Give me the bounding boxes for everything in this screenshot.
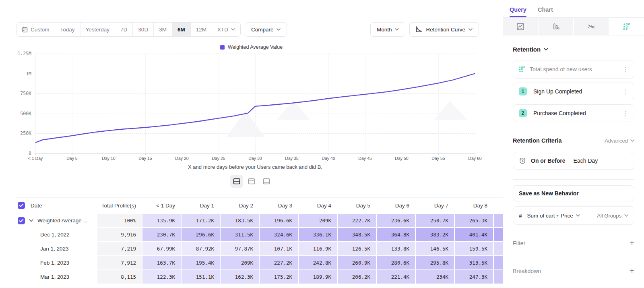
column-header[interactable]: Day 3 bbox=[260, 198, 298, 213]
table-row[interactable]: Weighted Average ...100%135.9K171.2K183.… bbox=[16, 214, 503, 227]
table-cell[interactable]: 364.8K bbox=[377, 228, 415, 241]
table-cell[interactable]: 122.3K bbox=[142, 270, 181, 284]
table-cell[interactable]: 97.87K bbox=[221, 242, 259, 255]
all-groups-dropdown[interactable]: All Groups bbox=[597, 213, 628, 219]
range-7d-button[interactable]: 7D bbox=[115, 23, 133, 36]
kebab-menu-icon[interactable]: ⋮ bbox=[622, 89, 628, 95]
tab-chart[interactable]: Chart bbox=[538, 6, 553, 17]
table-cell[interactable]: 222.7K bbox=[338, 214, 376, 227]
table-cell[interactable]: 265.3K bbox=[455, 214, 493, 227]
range-yesterday-button[interactable]: Yesterday bbox=[80, 23, 116, 36]
range-12m-button[interactable]: 12M bbox=[191, 23, 212, 36]
report-type-retention-button[interactable] bbox=[609, 18, 644, 35]
table-row[interactable]: Mar 1, 20238,115122.3K151.1K162.3K175.2K… bbox=[16, 270, 503, 284]
table-cell[interactable]: 234K bbox=[416, 270, 454, 284]
metric-row[interactable]: # Sum of cart ▸ Price All Groups bbox=[513, 206, 634, 225]
table-cell[interactable]: 260.9K bbox=[338, 256, 376, 269]
column-header[interactable]: Day 4 bbox=[299, 198, 337, 213]
column-header[interactable]: Day 7 bbox=[416, 198, 454, 213]
range-custom-button[interactable]: Custom bbox=[17, 23, 55, 36]
tab-query[interactable]: Query bbox=[510, 6, 526, 17]
report-type-flows-button[interactable] bbox=[574, 18, 609, 35]
table-cell[interactable]: 242.8K bbox=[299, 256, 337, 269]
step-row-2[interactable]: 2 Purchase Completed ⋮ bbox=[513, 104, 634, 122]
table-cell[interactable]: 236.6K bbox=[377, 214, 415, 227]
criteria-condition-row[interactable]: On or Before Each Day bbox=[513, 152, 634, 170]
table-cell[interactable]: 162.3K bbox=[221, 270, 259, 284]
layout-split-button[interactable] bbox=[230, 175, 243, 188]
row-label-cell[interactable]: Weighted Average ... bbox=[16, 214, 97, 227]
table-row[interactable]: Jan 1, 20237,21967.99K87.92K97.87K107.1K… bbox=[16, 242, 503, 255]
checkbox-checked[interactable] bbox=[18, 217, 25, 224]
table-cell[interactable]: 133.8K bbox=[377, 242, 415, 255]
chart-legend[interactable]: Weighted Average Value bbox=[0, 42, 503, 52]
chevron-down-icon[interactable] bbox=[29, 219, 33, 222]
checkbox-checked[interactable] bbox=[18, 202, 25, 209]
granularity-button[interactable]: Month bbox=[370, 22, 406, 37]
table-cell[interactable]: 401.4K bbox=[455, 228, 493, 241]
range-30d-button[interactable]: 30D bbox=[133, 23, 154, 36]
column-header[interactable]: < 1 Day bbox=[142, 198, 181, 213]
table-cell[interactable]: 209K bbox=[299, 214, 337, 227]
column-header[interactable]: Total Profile(s) bbox=[97, 198, 142, 213]
column-header[interactable]: Day 1 bbox=[182, 198, 220, 213]
table-cell[interactable]: 313.5K bbox=[455, 256, 493, 269]
table-cell[interactable]: 175.2K bbox=[260, 270, 298, 284]
report-type-funnels-button[interactable] bbox=[539, 18, 574, 35]
range-today-button[interactable]: Today bbox=[55, 23, 80, 36]
range-6m-button[interactable]: 6M bbox=[172, 23, 191, 36]
table-cell[interactable]: 247.3K bbox=[455, 270, 493, 284]
report-section-selector[interactable]: Retention bbox=[513, 46, 634, 53]
column-header-date[interactable]: Date bbox=[16, 198, 97, 213]
table-cell[interactable]: 296.6K bbox=[182, 228, 220, 241]
table-cell[interactable]: 116.9K bbox=[299, 242, 337, 255]
report-type-insights-button[interactable] bbox=[503, 18, 539, 35]
table-cell[interactable]: 311.5K bbox=[221, 228, 259, 241]
table-row[interactable]: Feb 1, 20237,912163.7K195.4K209K227.2K24… bbox=[16, 256, 503, 269]
table-cell[interactable]: 195.4K bbox=[182, 256, 220, 269]
table-cell[interactable]: 295.8K bbox=[416, 256, 454, 269]
add-breakdown-button[interactable]: + bbox=[630, 266, 634, 276]
kebab-menu-icon[interactable]: ⋮ bbox=[622, 66, 628, 73]
row-label-cell[interactable]: Mar 1, 2023 bbox=[16, 270, 97, 284]
table-cell[interactable]: 159.5K bbox=[455, 242, 493, 255]
table-cell[interactable]: 183.5K bbox=[221, 214, 259, 227]
table-cell[interactable]: 107.1K bbox=[260, 242, 298, 255]
row-label-cell[interactable]: Feb 1, 2023 bbox=[16, 256, 97, 269]
column-header[interactable]: Day 5 bbox=[338, 198, 376, 213]
row-label-cell[interactable]: Dec 1, 2022 bbox=[16, 228, 97, 241]
chart-type-button[interactable]: Retention Curve bbox=[409, 22, 479, 37]
behavior-card[interactable]: Total spend of new users ⋮ bbox=[513, 60, 634, 79]
table-cell[interactable]: 280.6K bbox=[377, 256, 415, 269]
table-cell[interactable]: 87.92K bbox=[182, 242, 220, 255]
table-cell[interactable]: 196.6K bbox=[260, 214, 298, 227]
layout-table-only-button[interactable] bbox=[260, 175, 273, 188]
table-cell[interactable]: 171.2K bbox=[182, 214, 220, 227]
save-as-new-behavior-button[interactable]: Save as New Behavior bbox=[513, 185, 634, 201]
kebab-menu-icon[interactable]: ⋮ bbox=[622, 110, 628, 116]
column-header[interactable]: Day 8 bbox=[455, 198, 493, 213]
table-cell[interactable]: 67.99K bbox=[142, 242, 181, 255]
table-cell[interactable]: 135.9K bbox=[142, 214, 181, 227]
table-cell[interactable]: 206.2K bbox=[338, 270, 376, 284]
table-cell[interactable]: 163.7K bbox=[142, 256, 181, 269]
table-cell[interactable]: 348.5K bbox=[338, 228, 376, 241]
advanced-dropdown[interactable]: Advanced bbox=[605, 138, 634, 144]
table-cell[interactable]: 189.9K bbox=[299, 270, 337, 284]
table-cell[interactable]: 209K bbox=[221, 256, 259, 269]
column-header[interactable]: Day 6 bbox=[377, 198, 415, 213]
range-3m-button[interactable]: 3M bbox=[154, 23, 172, 36]
layout-chart-only-button[interactable] bbox=[245, 175, 258, 188]
table-cell[interactable]: 227.2K bbox=[260, 256, 298, 269]
table-cell[interactable]: 230.7K bbox=[142, 228, 181, 241]
table-cell[interactable]: 151.1K bbox=[182, 270, 220, 284]
table-cell[interactable]: 383.2K bbox=[416, 228, 454, 241]
row-label-cell[interactable]: Jan 1, 2023 bbox=[16, 242, 97, 255]
add-filter-button[interactable]: + bbox=[630, 238, 634, 248]
compare-button[interactable]: Compare bbox=[245, 22, 287, 37]
step-row-1[interactable]: 1 Sign Up Completed ⋮ bbox=[513, 83, 634, 100]
table-cell[interactable]: 324.6K bbox=[260, 228, 298, 241]
table-cell[interactable]: 250.7K bbox=[416, 214, 454, 227]
column-header[interactable]: Day 2 bbox=[221, 198, 259, 213]
range-xtd-button[interactable]: XTD bbox=[212, 23, 240, 36]
